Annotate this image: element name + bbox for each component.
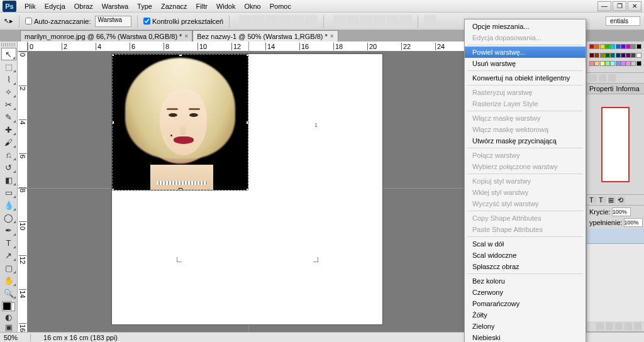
close-button[interactable]: ✕	[628, 1, 641, 11]
swatch[interactable]	[636, 61, 641, 66]
swatch[interactable]	[636, 44, 641, 49]
context-menu-item[interactable]: Niebieski	[465, 332, 586, 342]
context-menu-item[interactable]: Powiel warstwę...	[465, 47, 586, 58]
panel-tabs[interactable]: Properti Informa	[587, 84, 644, 94]
swatch[interactable]	[594, 53, 599, 58]
align-vcenter-icon[interactable]	[252, 15, 265, 28]
swatch[interactable]	[631, 61, 636, 66]
pen-tool[interactable]: ✒	[1, 224, 16, 236]
align-bottom-icon[interactable]	[265, 15, 278, 28]
context-menu-item[interactable]: Opcje mieszania...	[465, 21, 586, 32]
swatch[interactable]	[621, 61, 626, 66]
align-right-icon[interactable]	[305, 15, 318, 28]
swatch[interactable]	[610, 44, 615, 49]
swatch[interactable]	[631, 44, 636, 49]
path-selection-tool[interactable]: ↗	[1, 249, 16, 262]
swatch[interactable]	[605, 53, 610, 58]
distribute-top-icon[interactable]	[333, 15, 346, 28]
type-icon[interactable]: ⟲	[618, 196, 625, 204]
tab-properties[interactable]: Properti	[589, 85, 614, 92]
screenmode-toggle[interactable]: ▣	[1, 322, 16, 332]
transform-handle-tm[interactable]	[179, 54, 182, 57]
context-menu-item[interactable]: Zielony	[465, 321, 586, 332]
panel-icon[interactable]	[599, 74, 606, 82]
transform-handle-mr[interactable]	[246, 121, 248, 124]
swatch[interactable]	[626, 61, 631, 66]
layer-context-menu[interactable]: Opcje mieszania...Edycja dopasowania...P…	[464, 19, 586, 342]
type-tool[interactable]: T	[1, 236, 16, 249]
brush-tool[interactable]: 🖌	[1, 136, 16, 148]
fill-input[interactable]	[624, 218, 643, 227]
eraser-tool[interactable]: ◧	[1, 174, 16, 186]
tab-info[interactable]: Informa	[616, 85, 640, 92]
history-brush-tool[interactable]: ↺	[1, 161, 16, 174]
distribute-bottom-icon[interactable]	[360, 15, 372, 28]
swatch[interactable]	[605, 44, 610, 49]
transform-handle-tr[interactable]	[246, 54, 248, 57]
foreground-background-colors[interactable]	[1, 301, 16, 312]
rectangle-tool[interactable]: ▢	[1, 262, 16, 274]
context-menu-item[interactable]: Spłaszcz obraz	[465, 261, 586, 272]
new-layer-icon[interactable]	[625, 323, 632, 330]
context-menu-item[interactable]: Usuń warstwę	[465, 58, 586, 69]
menu-obraz[interactable]: Obraz	[70, 1, 97, 11]
context-menu-item[interactable]: Scal w dół	[465, 238, 586, 250]
canvas-artboard[interactable]: 1	[112, 54, 382, 324]
toolbox-handle[interactable]	[1, 43, 16, 47]
layer-row[interactable]	[587, 229, 644, 244]
auto-select-mode-select[interactable]: Warstwa	[95, 16, 132, 27]
foreground-color-swatch[interactable]	[3, 302, 11, 311]
auto-align-icon[interactable]	[424, 15, 436, 28]
show-transform-checkbox[interactable]	[143, 18, 150, 25]
swatch[interactable]	[626, 44, 631, 49]
minimize-button[interactable]: —	[597, 1, 611, 11]
swatch[interactable]	[631, 53, 636, 58]
navigator-thumbnail[interactable]	[601, 107, 630, 182]
distribute-left-icon[interactable]	[373, 15, 386, 28]
tab-close-icon[interactable]: ×	[184, 33, 188, 40]
transform-handle-bl[interactable]	[112, 188, 114, 190]
swatch[interactable]	[600, 44, 605, 49]
clone-stamp-tool[interactable]: ⎌	[1, 148, 16, 161]
type-icon[interactable]: T	[589, 196, 597, 204]
workspace-switcher[interactable]: entials	[606, 16, 640, 26]
swatch[interactable]	[600, 53, 605, 58]
context-menu-item[interactable]: Żółty	[465, 309, 586, 321]
swatch[interactable]	[610, 61, 615, 66]
swatch[interactable]	[626, 53, 631, 58]
transform-handle-br[interactable]	[246, 188, 248, 190]
menu-edycja[interactable]: Edycja	[40, 1, 70, 11]
swatch[interactable]	[605, 61, 610, 66]
layer-fx-icon[interactable]	[606, 323, 613, 330]
context-menu-item[interactable]: Bez koloru	[465, 275, 586, 287]
menu-widok[interactable]: Widok	[212, 1, 240, 11]
menu-type[interactable]: Type	[133, 1, 157, 11]
context-menu-item[interactable]: Scal widoczne	[465, 250, 586, 261]
crop-tool[interactable]: ✂	[1, 98, 16, 111]
magic-wand-tool[interactable]: ✧	[1, 86, 16, 98]
context-menu-item[interactable]: Pomarańczowy	[465, 298, 586, 309]
swatch[interactable]	[616, 44, 621, 49]
move-tool[interactable]: ↖	[1, 48, 16, 60]
context-menu-item[interactable]: Czerwony	[465, 287, 586, 298]
type-icon[interactable]: ⊞	[608, 196, 616, 204]
hand-tool[interactable]: ✋	[1, 274, 16, 287]
menu-pomoc[interactable]: Pomoc	[265, 1, 296, 11]
layer-mask-icon[interactable]	[615, 323, 623, 330]
document-tab[interactable]: marilyn_monroe.jpg @ 66,7% (Warstwa 0,RG…	[20, 30, 192, 41]
swatch[interactable]	[600, 61, 605, 66]
navigator-panel[interactable]	[587, 94, 644, 195]
align-left-icon[interactable]	[279, 15, 291, 28]
align-hcenter-icon[interactable]	[292, 15, 304, 28]
eyedropper-tool[interactable]: ✎	[1, 111, 16, 123]
zoom-tool[interactable]: 🔍	[1, 287, 16, 299]
menu-plik[interactable]: Plik	[20, 1, 40, 11]
placed-layer-image[interactable]	[112, 54, 248, 190]
swatch[interactable]	[589, 44, 594, 49]
distribute-right-icon[interactable]	[399, 15, 412, 28]
distribute-vcenter-icon[interactable]	[347, 15, 359, 28]
swatch[interactable]	[636, 53, 641, 58]
blur-tool[interactable]: 💧	[1, 199, 16, 211]
gradient-tool[interactable]: ▭	[1, 186, 16, 199]
link-layers-icon[interactable]	[596, 323, 604, 330]
